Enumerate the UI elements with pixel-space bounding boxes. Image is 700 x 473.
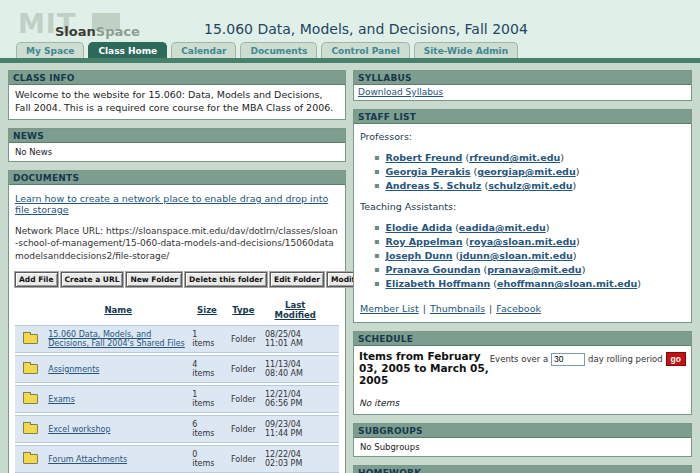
documents-body: Learn how to create a network place to e… <box>9 185 345 473</box>
create-url-button[interactable]: Create a URL <box>61 272 124 287</box>
add-file-button[interactable]: Add File <box>15 272 58 287</box>
thumbnails-link[interactable]: Thumbnails <box>430 303 485 314</box>
staff-name-link[interactable]: Elizabeth Hoffmann <box>385 278 490 289</box>
subgroups-heading: SUBGROUPS <box>354 424 691 438</box>
separator <box>423 303 426 314</box>
folder-modified: 11/13/04 08:40 AM <box>263 355 327 383</box>
edit-folder-button[interactable]: Edit Folder <box>270 272 324 287</box>
folder-size: 6 items <box>190 415 224 443</box>
folder-size: 0 items <box>190 445 224 473</box>
staff-list-heading: STAFF LIST <box>354 110 691 124</box>
folder-link[interactable]: Excel workshop <box>48 425 110 434</box>
staff-email-link[interactable]: ehoffmann@sloan.mit.edu <box>497 278 637 289</box>
download-syllabus-link[interactable]: Download Syllabus <box>358 87 443 97</box>
tab-site-wide-admin[interactable]: Site-Wide Admin <box>414 42 518 58</box>
news-section: NEWS No News <box>8 128 346 162</box>
folder-icon <box>23 454 38 464</box>
tab-calendar[interactable]: Calendar <box>171 42 236 58</box>
folder-type: Folder <box>224 355 263 383</box>
staff-member: Pranava Goundanpranava@mit.edu <box>374 264 685 275</box>
subgroups-section: SUBGROUPS No Subgroups <box>353 423 692 457</box>
folder-link[interactable]: Forum Attachments <box>48 455 127 464</box>
column-name: Name <box>46 299 190 323</box>
facebook-link[interactable]: Facebook <box>496 303 541 314</box>
folder-modified: 09/23/04 11:44 PM <box>263 415 327 443</box>
syllabus-heading: SYLLABUS <box>354 71 691 85</box>
schedule-heading: SCHEDULE <box>354 332 691 346</box>
go-button[interactable]: go <box>666 352 686 366</box>
staff-email-link[interactable]: rfreund@mit.edu <box>469 152 560 163</box>
class-info-text: Welcome to the website for 15.060: Data,… <box>9 85 345 119</box>
column-size: Size <box>190 299 224 323</box>
staff-email-wrap: eadida@mit.edu <box>452 222 549 233</box>
network-place-help-link[interactable]: Learn how to create a network place to e… <box>15 193 339 215</box>
files-table: Name Size Type Last Modified 15.060 Data… <box>15 297 339 473</box>
staff-name-link[interactable]: Andreas S. Schulz <box>385 180 481 191</box>
class-info-heading: CLASS INFO <box>9 71 345 85</box>
staff-name-link[interactable]: Elodie Adida <box>385 222 452 233</box>
folder-type: Folder <box>224 325 263 353</box>
staff-email-wrap: pranava@mit.edu <box>480 264 585 275</box>
folder-modified: 08/25/04 11:01 AM <box>263 325 327 353</box>
folder-link[interactable]: Exams <box>48 395 75 404</box>
logo-sloan-text: Sloan <box>55 24 96 39</box>
staff-list-section: STAFF LIST Professors: Robert Freundrfre… <box>353 109 692 323</box>
staff-name-link[interactable]: Robert Freund <box>385 152 462 163</box>
folder-link[interactable]: Assignments <box>48 365 99 374</box>
network-place-url: Network Place URL: https://sloanspace.mi… <box>15 225 339 263</box>
schedule-body: Items from February 03, 2005 to March 05… <box>354 346 691 414</box>
staff-member: Joseph Dunnjdunn@sloan.mit.edu <box>374 250 685 261</box>
member-links-row: Member ListThumbnailsFacebook <box>360 303 685 314</box>
member-list-link[interactable]: Member List <box>360 303 419 314</box>
folder-type: Folder <box>224 445 263 473</box>
staff-email-link[interactable]: eadida@mit.edu <box>459 222 546 233</box>
staff-email-wrap: jdunn@sloan.mit.edu <box>453 250 577 261</box>
table-row: 15.060 Data, Models, and Decisions, Fall… <box>15 325 339 353</box>
folder-size: 1 items <box>190 325 224 353</box>
staff-member: Robert Freundrfreund@mit.edu <box>374 152 685 163</box>
table-row: Forum Attachments 0 items Folder 12/22/0… <box>15 445 339 473</box>
staff-email-link[interactable]: pranava@mit.edu <box>487 264 582 275</box>
folder-icon <box>23 394 38 404</box>
app-header: MIT SloanSpace 15.060 Data, Models, and … <box>0 0 700 40</box>
folder-modified: 12/22/04 02:03 PM <box>263 445 327 473</box>
column-icon <box>15 299 46 323</box>
staff-list-body: Professors: Robert Freundrfreund@mit.edu… <box>354 124 691 322</box>
files-table-header: Name Size Type Last Modified <box>15 299 339 323</box>
teaching-assistants-label: Teaching Assistants: <box>360 201 685 212</box>
tab-class-home[interactable]: Class Home <box>88 42 167 58</box>
staff-name-link[interactable]: Joseph Dunn <box>385 250 452 261</box>
staff-email-link[interactable]: georgiap@mit.edu <box>477 166 576 177</box>
staff-email-link[interactable]: jdunn@sloan.mit.edu <box>459 250 572 261</box>
folder-type: Folder <box>224 385 263 413</box>
staff-email-wrap: georgiap@mit.edu <box>470 166 579 177</box>
tab-control-panel[interactable]: Control Panel <box>321 42 409 58</box>
professors-label: Professors: <box>360 131 685 142</box>
table-row: Exams 1 items Folder 12/21/04 06:56 PM <box>15 385 339 413</box>
staff-email-wrap: rfreund@mit.edu <box>462 152 564 163</box>
logo-space-text: Space <box>96 24 140 39</box>
sloanspace-logo: MIT SloanSpace <box>18 10 190 40</box>
rolling-period-input[interactable] <box>551 353 585 366</box>
delete-folder-button[interactable]: Delete this folder <box>185 272 267 287</box>
network-place-url-label: Network Place URL: <box>15 226 106 236</box>
staff-email-link[interactable]: schulz@mit.edu <box>488 180 572 191</box>
folder-link[interactable]: 15.060 Data, Models, and Decisions, Fall… <box>48 330 185 348</box>
staff-member: Elizabeth Hoffmannehoffmann@sloan.mit.ed… <box>374 278 685 289</box>
tab-my-space[interactable]: My Space <box>16 42 84 58</box>
staff-email-wrap: schulz@mit.edu <box>481 180 576 191</box>
new-folder-button[interactable]: New Folder <box>126 272 182 287</box>
staff-name-link[interactable]: Roy Appelman <box>385 236 462 247</box>
column-pad <box>327 299 339 323</box>
rolling-period-controls: Events over a day rolling period go <box>490 350 686 366</box>
professors-list: Robert Freundrfreund@mit.edu Georgia Per… <box>374 152 685 191</box>
subgroups-text: No Subgroups <box>354 438 691 456</box>
table-row: Excel workshop 6 items Folder 09/23/04 1… <box>15 415 339 443</box>
documents-section: DOCUMENTS Learn how to create a network … <box>8 170 346 473</box>
staff-name-link[interactable]: Pranava Goundan <box>385 264 480 275</box>
staff-name-link[interactable]: Georgia Perakis <box>385 166 470 177</box>
staff-email-link[interactable]: roya@sloan.mit.edu <box>469 236 576 247</box>
folder-icon <box>23 334 38 344</box>
tab-documents[interactable]: Documents <box>240 42 317 58</box>
page-title: 15.060 Data, Models, and Decisions, Fall… <box>190 21 528 40</box>
